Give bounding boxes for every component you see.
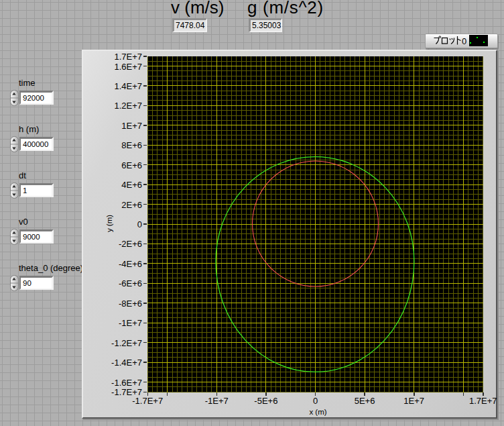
svg-text:0: 0 xyxy=(462,36,466,46)
